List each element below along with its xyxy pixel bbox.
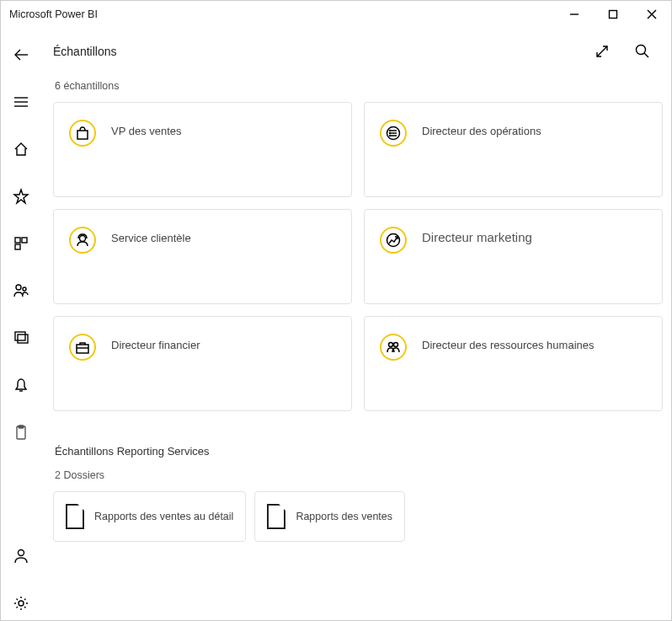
back-button[interactable] bbox=[4, 38, 38, 72]
arrow-left-icon bbox=[12, 46, 30, 64]
chart-up-icon bbox=[380, 227, 407, 254]
svg-point-30 bbox=[390, 133, 391, 134]
window-title: Microsoft Power BI bbox=[9, 8, 98, 20]
shopping-bag-icon bbox=[69, 120, 96, 147]
svg-rect-15 bbox=[18, 335, 28, 343]
nav-settings[interactable] bbox=[4, 586, 38, 620]
sample-card[interactable]: VP des ventes bbox=[53, 102, 352, 197]
svg-point-37 bbox=[394, 343, 398, 347]
folder-icon bbox=[267, 504, 285, 529]
svg-point-31 bbox=[390, 136, 391, 137]
svg-rect-1 bbox=[610, 11, 617, 19]
folder-icon bbox=[66, 504, 84, 529]
list-icon bbox=[380, 120, 407, 147]
folder-label: Rapports des ventes bbox=[296, 511, 392, 522]
briefcase-icon bbox=[69, 334, 96, 361]
nav-notifications[interactable] bbox=[4, 368, 38, 402]
sample-card-label: VP des ventes bbox=[111, 125, 182, 137]
hamburger-icon bbox=[13, 94, 29, 110]
nav-account[interactable] bbox=[4, 539, 38, 573]
window-minimize-button[interactable] bbox=[555, 1, 594, 28]
folder-label: Rapports des ventes au détail bbox=[94, 511, 233, 522]
sample-card-label: Service clientèle bbox=[111, 232, 191, 244]
nav-workspaces[interactable] bbox=[4, 321, 38, 355]
menu-button[interactable] bbox=[4, 85, 38, 119]
expand-icon bbox=[594, 43, 611, 60]
home-icon bbox=[13, 141, 29, 158]
svg-point-32 bbox=[80, 236, 86, 242]
svg-line-21 bbox=[597, 46, 607, 56]
samples-grid: VP des ventesDirecteur des opérationsSer… bbox=[53, 102, 663, 411]
apps-icon bbox=[13, 235, 29, 252]
samples-count: 6 échantillons bbox=[55, 80, 663, 92]
window-maximize-button[interactable] bbox=[594, 1, 632, 28]
person-icon bbox=[13, 548, 29, 565]
nav-apps[interactable] bbox=[4, 227, 38, 260]
folders-row: Rapports des ventes au détailRapports de… bbox=[53, 491, 663, 542]
svg-rect-10 bbox=[22, 238, 27, 243]
people-icon bbox=[380, 334, 407, 361]
svg-rect-24 bbox=[77, 131, 88, 139]
window-titlebar: Microsoft Power BI bbox=[1, 1, 671, 28]
svg-rect-18 bbox=[19, 426, 24, 428]
nav-shared[interactable] bbox=[4, 274, 38, 308]
folder-card[interactable]: Rapports des ventes bbox=[254, 491, 405, 542]
search-icon bbox=[634, 43, 651, 60]
sample-card[interactable]: Directeur des ressources humaines bbox=[364, 316, 663, 411]
clipboard-icon bbox=[13, 424, 29, 441]
gear-icon bbox=[13, 595, 29, 612]
headset-icon bbox=[69, 227, 96, 254]
nav-favorites[interactable] bbox=[4, 179, 38, 213]
reporting-services-header: Échantillons Reporting Services bbox=[55, 445, 663, 458]
sample-card[interactable]: Directeur des opérations bbox=[364, 102, 663, 197]
sidebar bbox=[1, 28, 41, 620]
nav-samples[interactable] bbox=[4, 415, 38, 449]
sample-card-label: Directeur marketing bbox=[422, 230, 532, 244]
sample-card[interactable]: Directeur marketing bbox=[364, 209, 663, 304]
svg-line-23 bbox=[644, 53, 648, 57]
sample-card[interactable]: Directeur financier bbox=[53, 316, 352, 411]
nav-home[interactable] bbox=[4, 132, 38, 166]
sample-card-label: Directeur financier bbox=[111, 339, 200, 351]
expand-button[interactable] bbox=[582, 35, 622, 68]
star-icon bbox=[13, 188, 29, 205]
svg-point-29 bbox=[390, 131, 391, 131]
svg-point-22 bbox=[637, 46, 646, 55]
main-content: Échantillons 6 échantillons VP des vente… bbox=[41, 28, 671, 620]
search-button[interactable] bbox=[622, 35, 663, 68]
window-close-button[interactable] bbox=[632, 1, 671, 28]
svg-point-36 bbox=[389, 343, 393, 347]
maximize-icon bbox=[608, 9, 618, 19]
svg-rect-9 bbox=[15, 238, 20, 243]
svg-point-20 bbox=[19, 601, 24, 606]
folder-card[interactable]: Rapports des ventes au détail bbox=[53, 491, 246, 542]
svg-point-19 bbox=[19, 550, 24, 556]
page-header: Échantillons bbox=[53, 35, 663, 68]
svg-point-12 bbox=[16, 285, 21, 290]
svg-rect-14 bbox=[15, 332, 25, 340]
workspaces-icon bbox=[13, 329, 29, 346]
shared-icon bbox=[13, 282, 29, 299]
close-icon bbox=[647, 9, 657, 19]
svg-marker-8 bbox=[14, 190, 28, 203]
folders-count: 2 Dossiers bbox=[55, 469, 663, 481]
svg-point-33 bbox=[387, 234, 400, 247]
svg-rect-11 bbox=[15, 244, 20, 249]
svg-rect-34 bbox=[77, 345, 88, 353]
svg-point-13 bbox=[23, 287, 26, 291]
sample-card-label: Directeur des opérations bbox=[422, 125, 541, 137]
sample-card[interactable]: Service clientèle bbox=[53, 209, 352, 304]
page-title: Échantillons bbox=[53, 45, 117, 58]
minimize-icon bbox=[569, 9, 579, 19]
bell-icon bbox=[13, 377, 29, 393]
sample-card-label: Directeur des ressources humaines bbox=[422, 339, 594, 351]
